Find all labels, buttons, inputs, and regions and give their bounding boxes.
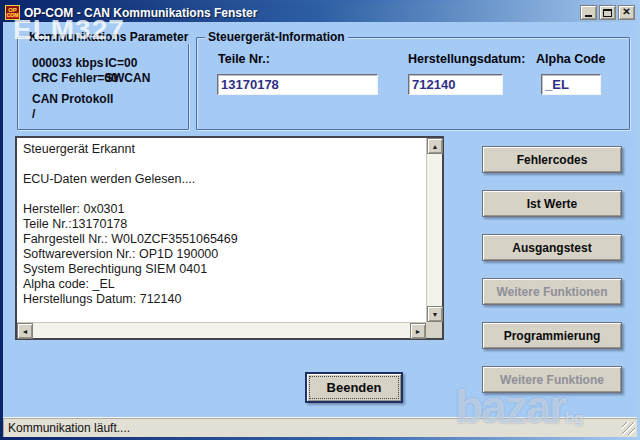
alpha-code-label: Alpha Code [536,52,605,66]
vertical-scroll-track[interactable] [427,154,442,306]
maximize-icon [603,9,612,17]
minimize-button[interactable] [580,5,597,20]
comm-line-protocol: CAN Protokoll [32,92,113,106]
titlebar: OP COM OP-COM - CAN Kommunikations Fenst… [3,3,637,22]
horizontal-scrollbar[interactable]: ◄ ► [17,322,426,338]
close-button[interactable]: ✕ [618,5,635,20]
status-text: Kommunikation läuft.... [8,421,130,435]
comm-params-groupbox: Kommunikations Parameter 000033 kbps IC=… [17,37,189,130]
programmierung-button[interactable]: Programmierung [482,322,622,349]
close-icon: ✕ [622,7,630,17]
maximize-button[interactable] [599,5,616,20]
scroll-up-button[interactable]: ▲ [427,138,443,154]
herstellungsdatum-input[interactable] [408,74,503,95]
fehlercodes-button[interactable]: Fehlercodes [482,146,622,173]
ecu-info-groupbox: Steuergerät-Information Teile Nr.: Herst… [196,37,630,130]
window-controls: ✕ [580,5,635,20]
opcom-window: OP COM OP-COM - CAN Kommunikations Fenst… [0,0,640,440]
ecu-info-title: Steuergerät-Information [205,30,348,44]
beenden-button[interactable]: Beenden [305,372,403,403]
ist-werte-button[interactable]: Ist Werte [482,190,622,217]
status-bar: Kommunikation läuft.... [3,417,637,437]
teile-nr-label: Teile Nr.: [218,52,270,66]
weitere-funktione-button[interactable]: Weitere Funktione [482,366,622,393]
arrow-right-icon: ► [415,328,422,335]
arrow-down-icon: ▼ [432,311,439,318]
herstellungsdatum-label: Herstellungsdatum: [408,52,525,66]
scrollbar-corner [426,322,442,338]
arrow-left-icon: ◄ [22,328,29,335]
comm-line-slash: / [32,107,35,121]
arrow-up-icon: ▲ [432,143,439,150]
window-title: OP-COM - CAN Kommunikations Fenster [24,6,580,20]
opcom-app-icon: OP COM [5,5,20,20]
scroll-down-button[interactable]: ▼ [427,306,443,322]
minimize-icon [585,15,592,17]
teile-nr-input[interactable] [217,74,378,95]
vertical-scrollbar[interactable]: ▲ ▼ [426,138,442,322]
log-content[interactable]: Steuergerät Erkannt ECU-Daten werden Gel… [17,138,426,322]
horizontal-scroll-track[interactable] [33,323,410,338]
weitere-funktionen-button[interactable]: Weitere Funktionen [482,278,622,305]
scroll-left-button[interactable]: ◄ [17,323,33,339]
log-textbox[interactable]: Steuergerät Erkannt ECU-Daten werden Gel… [15,136,444,340]
alpha-code-input[interactable] [541,74,601,95]
comm-line-crc: CRC Fehler=00 SWCAN [32,71,118,85]
log-text: Steuergerät Erkannt ECU-Daten werden Gel… [17,138,426,311]
ausgangstest-button[interactable]: Ausgangstest [482,234,622,261]
scroll-right-button[interactable]: ► [410,323,426,339]
comm-params-title: Kommunikations Parameter [26,30,191,44]
comm-line-speed: 000033 kbps IC=00 [32,56,103,70]
resize-grip-icon[interactable] [622,422,635,435]
